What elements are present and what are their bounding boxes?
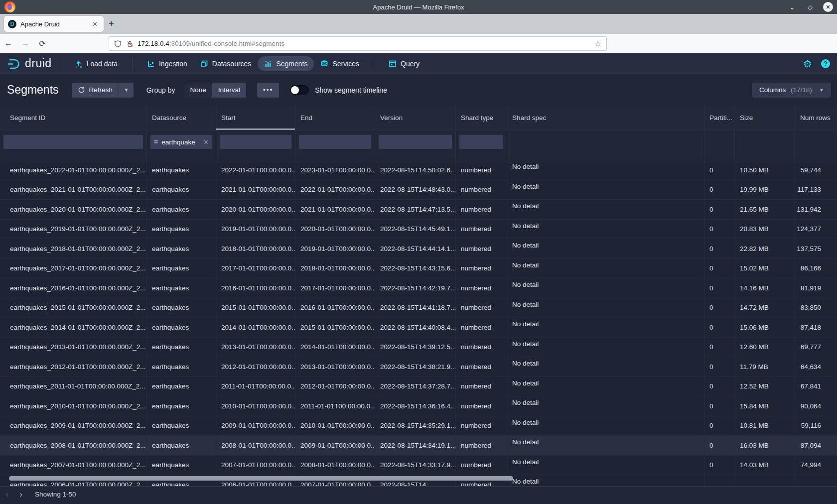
window-title: Apache Druid — Mozilla Firefox <box>0 3 837 11</box>
cell-segment-id[interactable]: earthquakes_2019-01-01T00:00:00.000Z_2..… <box>0 220 147 239</box>
column-header-size[interactable]: Size <box>735 106 795 130</box>
cell-partitions: 0 <box>704 377 735 396</box>
cell-segment-id[interactable]: earthquakes_2022-01-01T00:00:00.000Z_2..… <box>0 160 147 180</box>
segment-row[interactable]: earthquakes_2017-01-01T00:00:00.000Z_2..… <box>0 259 837 279</box>
remove-filter-icon[interactable]: ✕ <box>203 138 209 146</box>
end-filter-input[interactable] <box>298 134 372 149</box>
segment-row[interactable]: earthquakes_2007-01-01T00:00:00.000Z_2..… <box>0 456 837 476</box>
cell-end: 2021-01-01T00:00:00.0... <box>295 200 375 219</box>
pagination-footer: ‹ › Showing 1-50 <box>0 486 837 502</box>
cell-segment-id[interactable]: earthquakes_2015-01-01T00:00:00.000Z_2..… <box>0 298 147 318</box>
nav-item-query[interactable]: Query <box>382 56 426 71</box>
column-header-shard-spec[interactable]: Shard spec <box>507 106 704 130</box>
refresh-button[interactable]: Refresh <box>72 83 119 98</box>
cell-segment-id[interactable]: earthquakes_2010-01-01T00:00:00.000Z_2..… <box>0 396 147 416</box>
new-tab-button[interactable]: + <box>109 19 114 29</box>
help-icon[interactable]: ? <box>821 59 830 68</box>
cell-partitions: 0 <box>704 259 735 278</box>
segment-row[interactable]: earthquakes_2013-01-01T00:00:00.000Z_2..… <box>0 338 837 358</box>
cell-shard-type: numbered <box>456 338 507 357</box>
cell-segment-id[interactable]: earthquakes_2007-01-01T00:00:00.000Z_2..… <box>0 456 147 475</box>
url-bar[interactable]: 172.18.0.4:30109/unified-console.html#se… <box>109 36 607 51</box>
next-page-icon[interactable]: › <box>14 490 28 500</box>
cell-partitions: 0 <box>704 338 735 357</box>
horizontal-scrollbar[interactable] <box>9 476 513 481</box>
version-filter-input[interactable] <box>378 134 452 149</box>
nav-item-services[interactable]: Services <box>314 56 366 71</box>
column-header-shard-type[interactable]: Shard type <box>456 106 507 130</box>
column-header-num-rows[interactable]: Num rows <box>795 106 837 130</box>
segment-row[interactable]: earthquakes_2022-01-01T00:00:00.000Z_2..… <box>0 160 837 180</box>
cell-segment-id[interactable]: earthquakes_2016-01-01T00:00:00.000Z_2..… <box>0 278 147 298</box>
cell-segment-id[interactable]: earthquakes_2011-01-01T00:00:00.000Z_2..… <box>0 377 147 396</box>
forward-icon[interactable]: → <box>17 39 34 48</box>
group-by-interval-button[interactable]: Interval <box>212 83 246 98</box>
segment-row[interactable]: earthquakes_2019-01-01T00:00:00.000Z_2..… <box>0 220 837 240</box>
more-options-button[interactable]: ••• <box>257 83 279 98</box>
tracking-shield-icon[interactable] <box>114 40 122 48</box>
column-header-version[interactable]: Version <box>375 106 456 130</box>
cell-segment-id[interactable]: earthquakes_2008-01-01T00:00:00.000Z_2..… <box>0 436 147 455</box>
segment-row[interactable]: earthquakes_2010-01-01T00:00:00.000Z_2..… <box>0 396 837 416</box>
segment-row[interactable]: earthquakes_2020-01-01T00:00:00.000Z_2..… <box>0 200 837 220</box>
segment-row[interactable]: earthquakes_2021-01-01T00:00:00.000Z_2..… <box>0 180 837 200</box>
cell-segment-id[interactable]: earthquakes_2021-01-01T00:00:00.000Z_2..… <box>0 180 147 200</box>
segment-id-filter-input[interactable] <box>3 134 143 149</box>
cell-num-rows: 59,744 <box>795 160 837 180</box>
segment-row[interactable]: earthquakes_2008-01-01T00:00:00.000Z_2..… <box>0 436 837 456</box>
segment-row[interactable]: earthquakes_2015-01-01T00:00:00.000Z_2..… <box>0 298 837 318</box>
cell-shard-spec: No detail <box>507 416 704 436</box>
start-filter-input[interactable] <box>219 134 292 149</box>
segment-row[interactable]: earthquakes_2018-01-01T00:00:00.000Z_2..… <box>0 239 837 259</box>
shard-type-filter-input[interactable] <box>459 134 504 149</box>
cell-version: 2022-08-15T14:44:14.1... <box>375 239 456 258</box>
cell-size: 15.02 MB <box>735 259 795 278</box>
cell-segment-id[interactable]: earthquakes_2012-01-01T00:00:00.000Z_2..… <box>0 357 147 377</box>
segment-row[interactable]: earthquakes_2009-01-01T00:00:00.000Z_2..… <box>0 416 837 436</box>
nav-item-ingestion[interactable]: Ingestion <box>140 56 194 71</box>
segment-row[interactable]: earthquakes_2011-01-01T00:00:00.000Z_2..… <box>0 377 837 397</box>
cell-segment-id[interactable]: earthquakes_2018-01-01T00:00:00.000Z_2..… <box>0 239 147 258</box>
maximize-icon[interactable]: ◇ <box>805 3 815 11</box>
bookmark-star-icon[interactable]: ☆ <box>595 39 601 48</box>
minimize-icon[interactable]: ⌄ <box>787 3 797 11</box>
nav-item-datasources[interactable]: Datasources <box>194 56 258 71</box>
columns-button[interactable]: Columns (17/18) ▼ <box>752 83 831 98</box>
druid-logo[interactable]: druid <box>7 57 52 71</box>
insecure-lock-icon[interactable] <box>127 40 134 48</box>
column-header-datasource[interactable]: Datasource <box>147 106 216 130</box>
close-icon[interactable]: ✕ <box>823 2 833 12</box>
nav-item-segments[interactable]: Segments <box>258 56 314 71</box>
column-header-segment-id[interactable]: Segment ID <box>0 106 147 130</box>
nav-item-load-data[interactable]: Load data <box>68 56 124 71</box>
tab-close-icon[interactable]: ✕ <box>90 19 100 29</box>
group-by-none-button[interactable]: None <box>184 83 212 98</box>
refresh-dropdown-button[interactable]: ▼ <box>119 83 134 98</box>
cell-segment-id[interactable]: earthquakes_2014-01-01T00:00:00.000Z_2..… <box>0 318 147 337</box>
cell-partitions <box>704 475 735 486</box>
cell-shard-spec: No detail <box>507 357 704 377</box>
cell-partitions: 0 <box>704 298 735 318</box>
cell-segment-id[interactable]: earthquakes_2009-01-01T00:00:00.000Z_2..… <box>0 416 147 436</box>
chevron-down-icon: ▼ <box>819 87 824 93</box>
cell-segment-id[interactable]: earthquakes_2013-01-01T00:00:00.000Z_2..… <box>0 338 147 357</box>
cell-shard-spec: No detail <box>507 338 704 357</box>
cell-datasource: earthquakes <box>147 338 216 357</box>
datasource-filter-input[interactable]: = earthquake ✕ <box>150 134 213 149</box>
segment-timeline-toggle[interactable] <box>290 85 309 95</box>
column-header-end[interactable]: End <box>295 106 375 130</box>
column-header-start[interactable]: Start <box>216 106 295 130</box>
previous-page-icon[interactable]: ‹ <box>0 490 14 500</box>
segment-row[interactable]: earthquakes_2016-01-01T00:00:00.000Z_2..… <box>0 278 837 298</box>
reload-icon[interactable]: ⟳ <box>34 39 51 48</box>
column-header-partitions[interactable]: Partiti... <box>704 106 735 130</box>
equals-operator-icon: = <box>154 138 158 146</box>
cell-start: 2015-01-01T00:00:00.0... <box>216 298 295 318</box>
segment-row[interactable]: earthquakes_2012-01-01T00:00:00.000Z_2..… <box>0 357 837 377</box>
tab-apache-druid[interactable]: Apache Druid ✕ <box>4 16 104 32</box>
settings-gear-icon[interactable]: ⚙ <box>803 58 812 70</box>
back-icon[interactable]: ← <box>0 39 17 48</box>
cell-segment-id[interactable]: earthquakes_2017-01-01T00:00:00.000Z_2..… <box>0 259 147 278</box>
segment-row[interactable]: earthquakes_2014-01-01T00:00:00.000Z_2..… <box>0 318 837 338</box>
cell-segment-id[interactable]: earthquakes_2020-01-01T00:00:00.000Z_2..… <box>0 200 147 219</box>
